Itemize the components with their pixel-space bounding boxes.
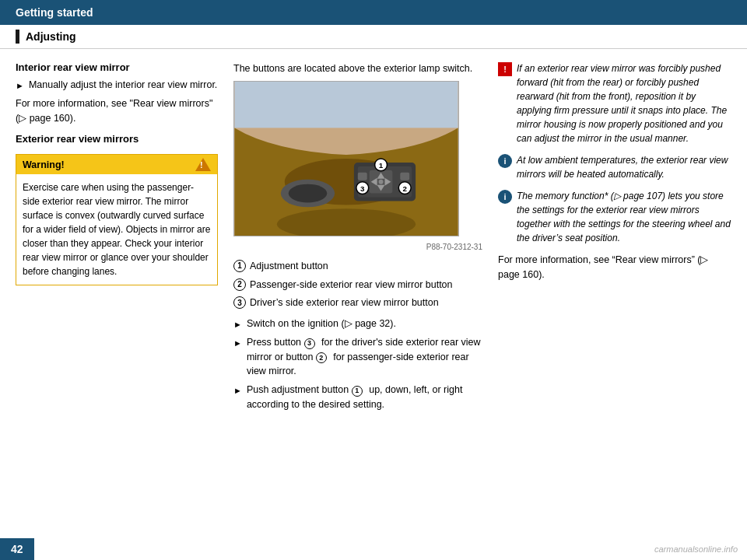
diagram-svg: 1 2 3 [234, 82, 458, 236]
middle-bullet3-text: Push adjustment button 1 up, down, left,… [247, 383, 482, 412]
warning-text: Exercise care when using the passenger-s… [23, 182, 210, 277]
middle-bullet1: ► Switch on the ignition (▷ page 32). [233, 317, 482, 331]
main-content: Interior rear view mirror ► Manually adj… [0, 49, 747, 547]
item2-label: Passenger-side exterior rear view mirror… [250, 278, 453, 292]
item3-label: Driver’s side exterior rear view mirror … [250, 296, 439, 310]
exterior-mirror-heading: Exterior rear view mirrors [16, 133, 218, 145]
svg-rect-15 [400, 173, 409, 180]
svg-text:2: 2 [402, 184, 407, 192]
header-title: Getting started [16, 6, 93, 19]
info1-text: If an exterior rear view mirror was forc… [517, 61, 731, 145]
section-title-bar [16, 30, 19, 44]
svg-point-4 [289, 184, 328, 202]
item1-label: Adjustment button [250, 259, 328, 274]
right-column: ! If an exterior rear view mirror was fo… [498, 61, 731, 534]
bullet-arrow-icon2: ► [233, 318, 242, 331]
middle-column: The buttons are located above the exteri… [233, 61, 482, 534]
svg-rect-1 [234, 82, 458, 128]
item3-row: 3 Driver’s side exterior rear view mirro… [233, 296, 482, 310]
info2-text: At low ambient temperatures, the exterio… [517, 153, 731, 181]
svg-text:1: 1 [379, 161, 384, 170]
bullet-arrow-icon3: ► [233, 337, 242, 350]
car-diagram: 1 2 3 [233, 81, 459, 236]
inline-num3: 3 [304, 338, 315, 349]
inline-num1: 1 [352, 386, 363, 397]
middle-bullet2: ► Press button 3 for the driver's side e… [233, 335, 482, 379]
num-3-icon: 3 [233, 296, 246, 309]
svg-rect-18 [358, 173, 367, 180]
warning-label: Warning! [23, 159, 65, 170]
item1-row: 1 Adjustment button [233, 259, 482, 274]
bullet-arrow-icon: ► [16, 79, 24, 93]
interior-bullet1: ► Manually adjust the interior rear view… [16, 78, 218, 93]
warning-body: Exercise care when using the passenger-s… [16, 174, 217, 285]
middle-intro: The buttons are located above the exteri… [233, 61, 482, 76]
info-box-3: i The memory function* (▷ page 107) lets… [498, 189, 731, 245]
page-number: 42 [0, 538, 34, 560]
interior-para1: For more information, see "Rear view mir… [16, 96, 218, 126]
info-blue-icon1: i [498, 154, 512, 168]
bullet-arrow-icon4: ► [233, 384, 242, 397]
num-2-icon: 2 [233, 278, 246, 291]
svg-point-12 [379, 179, 384, 184]
section-title: Adjusting [26, 30, 76, 43]
image-caption: P88-70-2312-31 [233, 243, 482, 251]
left-column: Interior rear view mirror ► Manually adj… [16, 61, 218, 534]
info3-text: The memory function* (▷ page 107) lets y… [517, 189, 731, 245]
middle-bullet1-text: Switch on the ignition (▷ page 32). [247, 317, 396, 331]
interior-bullet1-text: Manually adjust the interior rear view m… [29, 78, 217, 93]
info-box-2: i At low ambient temperatures, the exter… [498, 153, 731, 181]
middle-bullet2-text: Press button 3 for the driver's side ext… [247, 335, 482, 379]
warning-red-icon: ! [498, 62, 512, 76]
warning-info-box: ! If an exterior rear view mirror was fo… [498, 61, 731, 145]
num-1-icon: 1 [233, 260, 246, 272]
warning-triangle-icon [195, 158, 211, 171]
inline-num2: 2 [316, 352, 327, 363]
right-para-end: For more information, see “Rear view mir… [498, 253, 731, 282]
item2-row: 2 Passenger-side exterior rear view mirr… [233, 278, 482, 292]
section-title-row: Adjusting [0, 25, 747, 49]
middle-bullet3: ► Push adjustment button 1 up, down, lef… [233, 383, 482, 412]
svg-text:3: 3 [360, 184, 365, 192]
warning-header: Warning! [16, 155, 217, 174]
info-blue-icon2: i [498, 190, 512, 204]
header-bar: Getting started [0, 0, 747, 25]
interior-mirror-heading: Interior rear view mirror [16, 61, 218, 73]
warning-box: Warning! Exercise care when using the pa… [16, 154, 218, 285]
watermark: carmanualsonline.info [654, 544, 738, 554]
